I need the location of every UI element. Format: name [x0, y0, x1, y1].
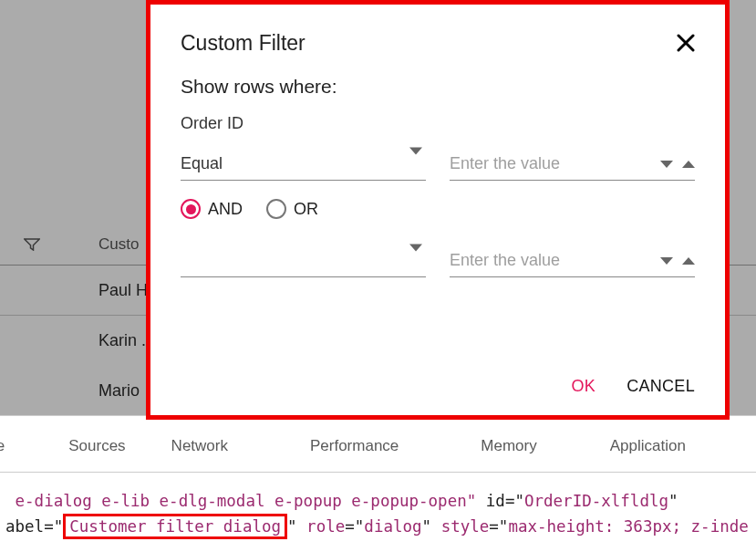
spin-up-icon[interactable] [682, 161, 695, 168]
src-text: =" [505, 492, 524, 510]
dialog-subtitle: Show rows where: [181, 76, 695, 98]
src-text: " [422, 517, 441, 536]
chevron-down-icon [409, 251, 422, 270]
src-text: =" [489, 517, 508, 536]
predicate-radios: AND OR [181, 199, 695, 219]
spin-down-icon[interactable] [660, 257, 673, 265]
src-text: role [306, 517, 345, 536]
src-text: max-height: 363px; z-inde [508, 517, 748, 536]
src-text: " [668, 492, 678, 510]
radio-checked-icon [181, 199, 201, 219]
value2-input-wrap [450, 245, 695, 277]
src-text: =" [44, 517, 63, 536]
spin-up-icon[interactable] [682, 257, 695, 265]
predicate-or-label: OR [294, 200, 318, 219]
value1-input[interactable] [450, 154, 695, 173]
src-text: dialog [364, 517, 421, 536]
dialog-title: Custom Filter [181, 31, 306, 56]
devtools-tab-memory[interactable]: Memory [481, 437, 536, 455]
ok-button[interactable]: OK [572, 377, 596, 396]
filter-field-label: Order ID [181, 114, 695, 133]
predicate-and-label: AND [208, 200, 243, 219]
src-text: abel [5, 517, 44, 536]
devtools-tab-sources[interactable]: Sources [68, 437, 125, 455]
src-text: e-dialog e-lib e-dlg-modal e-popup e-pop… [5, 492, 476, 510]
highlighted-aria-label: Customer filter dialog [63, 514, 287, 539]
close-icon[interactable] [677, 32, 695, 56]
devtools-tabbar: le Sources Network Performance Memory Ap… [0, 420, 756, 473]
src-text: " [287, 517, 306, 536]
chevron-down-icon [409, 154, 422, 173]
devtools-tab[interactable]: le [0, 437, 5, 455]
operator1-value: Equal [181, 154, 223, 173]
devtools-tab-network[interactable]: Network [171, 437, 228, 455]
cancel-button[interactable]: CANCEL [627, 377, 695, 396]
value2-input[interactable] [450, 251, 695, 270]
spin-down-icon[interactable] [660, 161, 673, 168]
value1-input-wrap [450, 148, 695, 181]
radio-unchecked-icon [266, 199, 286, 219]
src-text: id [476, 492, 505, 510]
predicate-and-radio[interactable]: AND [181, 199, 243, 219]
operator2-select[interactable] [181, 245, 426, 277]
devtools-tab-application[interactable]: Application [610, 437, 686, 455]
devtools-tab-performance[interactable]: Performance [310, 437, 399, 455]
predicate-or-radio[interactable]: OR [266, 199, 318, 219]
custom-filter-dialog: Custom Filter Show rows where: Order ID … [146, 0, 730, 420]
src-text: style [441, 517, 490, 536]
devtools-source: e-dialog e-lib e-dlg-modal e-popup e-pop… [0, 488, 756, 539]
src-text: =" [345, 517, 364, 536]
src-text: OrderID-xlfldlg [524, 492, 668, 510]
operator1-select[interactable]: Equal [181, 148, 426, 181]
